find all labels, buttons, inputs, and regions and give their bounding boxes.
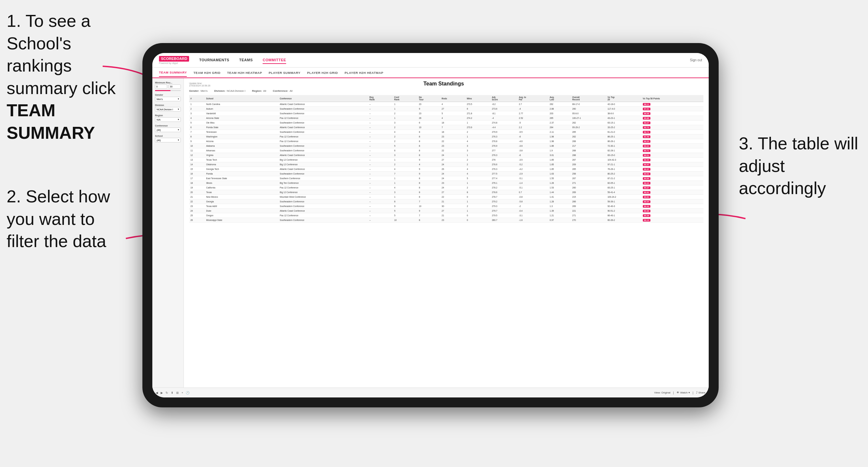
table-cell: 17 — [189, 176, 205, 181]
sidebar-conference: Conference (All) ▾ — [155, 125, 181, 132]
table-cell: 4 — [393, 130, 417, 134]
nav-tournaments[interactable]: TOURNAMENTS — [199, 57, 229, 64]
toolbar-share-btn[interactable]: ⤴ Share — [696, 391, 705, 394]
toolbar-clock-icon[interactable]: 🕐 — [186, 391, 189, 395]
table-cell: 276.1 — [491, 181, 517, 185]
table-row: 21New MexicoMountain West Conference–182… — [189, 195, 704, 199]
sidebar-school-select[interactable]: (All) ▾ — [155, 138, 181, 143]
table-row: 15Georgia TechAtlantic Coast Conference–… — [189, 167, 704, 172]
toolbar-forward-icon[interactable]: ▶ — [161, 391, 163, 395]
table-cell: 271 — [571, 181, 606, 185]
table-cell: – — [368, 190, 393, 195]
table-cell: New Mexico — [205, 195, 279, 199]
table-cell: 2.7 — [518, 102, 549, 107]
table-cell: 18 — [440, 121, 466, 125]
table-cell: 6 — [417, 121, 440, 125]
table-cell: Florida — [205, 172, 279, 176]
table-cell: 278.7 — [491, 195, 517, 199]
table-cell: 9 — [189, 139, 205, 144]
table-cell: 9 — [417, 209, 440, 213]
table-cell: – — [368, 213, 393, 218]
sidebar-max-input[interactable]: 30 — [168, 85, 181, 89]
table-cell: – — [368, 139, 393, 144]
table-cell: 278.2 — [491, 185, 517, 190]
table-cell: 8 — [417, 130, 440, 134]
table-row: 2AuburnSoutheastern Conference–19276273.… — [189, 107, 704, 111]
table-cell: 3 — [393, 121, 417, 125]
table-cell: 2.88 — [549, 107, 571, 111]
table-row: 11ArkansasSoutheastern Conference–682232… — [189, 148, 704, 153]
table-cell: 260 — [571, 107, 606, 111]
table-cell-score: 80.47 — [642, 162, 704, 167]
col-rank: # — [189, 95, 205, 102]
table-cell: 95-29-2 — [571, 125, 606, 130]
toolbar-share-icon[interactable]: ⬆ — [171, 391, 174, 395]
filter-division: Division: NCAA Division I — [214, 89, 245, 92]
table-cell: 1.21 — [549, 213, 571, 218]
table-cell: 279.9 — [491, 130, 517, 134]
toolbar-reload-icon[interactable]: ↻ — [165, 391, 168, 395]
table-cell: 262 — [571, 134, 606, 139]
sidebar-min-input[interactable]: 0 — [155, 85, 167, 89]
subnav-player-h2h-grid[interactable]: PLAYER H2H GRID — [307, 69, 338, 76]
table-cell: 4 — [417, 162, 440, 167]
table-cell: -5.2 — [518, 162, 549, 167]
table-cell: 95-6-0 — [571, 111, 606, 116]
col-reg-rank: RegRank — [368, 95, 393, 102]
table-cell: 1 — [465, 209, 491, 213]
table-cell: 22 — [440, 139, 466, 144]
toolbar-back-icon[interactable]: ◀ — [156, 391, 158, 395]
table-cell-score: 80.27 — [642, 185, 704, 190]
nav-signout[interactable]: Sign out — [690, 58, 702, 62]
table-cell: 23 — [440, 134, 466, 139]
table-cell: Illinois — [205, 181, 279, 185]
table-cell: 24 — [189, 209, 205, 213]
sidebar-division-select[interactable]: NCAA Division I ▾ — [155, 107, 181, 112]
table-cell: -9.5 — [518, 130, 549, 134]
table-cell: Big 12 Conference — [279, 158, 368, 162]
subnav-team-summary[interactable]: TEAM SUMMARY — [159, 68, 187, 77]
table-cell: 3 — [393, 153, 417, 158]
table-cell: -4.2 — [518, 167, 549, 172]
table-cell: 266 — [571, 199, 606, 204]
subnav-team-h2h-grid[interactable]: TEAM H2H GRID — [193, 69, 220, 76]
table-cell: 4 — [465, 172, 491, 176]
sidebar-slider[interactable] — [155, 90, 181, 91]
sidebar-region-select[interactable]: N/A ▾ — [155, 117, 181, 122]
table-cell: 276.9 — [491, 144, 517, 148]
nav-teams[interactable]: TEAMS — [239, 57, 253, 64]
table-cell: 269 — [571, 204, 606, 209]
table-row: 4Arizona StatePac-12 Conference–1264274.… — [189, 116, 704, 121]
table-cell: 83-25-1 — [606, 185, 641, 190]
table-cell: 97-21-1 — [606, 162, 641, 167]
toolbar-add-icon[interactable]: + — [182, 391, 183, 395]
nav-committee[interactable]: COMMITTEE — [262, 57, 286, 64]
table-cell: 15 — [189, 167, 205, 172]
table-cell: Atlantic Coast Conference — [279, 153, 368, 158]
toolbar-view-original[interactable]: View: Original — [654, 391, 670, 394]
table-cell: 8 — [417, 185, 440, 190]
table-cell: 38-6-0 — [606, 111, 641, 116]
nav-items: TOURNAMENTS TEAMS COMMITTEE — [199, 57, 690, 64]
sidebar-region: Region N/A ▾ — [155, 114, 181, 122]
table-cell: – — [368, 185, 393, 190]
table-cell: 63-15-1 — [606, 121, 641, 125]
table-cell-score: 80.13 — [642, 218, 704, 223]
subnav-player-summary[interactable]: PLAYER SUMMARY — [269, 69, 300, 76]
table-cell: 4 — [393, 167, 417, 172]
col-avg-low: Avg.Low — [549, 95, 571, 102]
toolbar-tab-icon[interactable]: ⊞ — [176, 391, 179, 395]
table-cell: Southeastern Conference — [279, 111, 368, 116]
toolbar-watch[interactable]: 👁 Watch ▾ — [677, 391, 690, 394]
subnav-player-h2h-heatmap[interactable]: PLAYER H2H HEATMAP — [344, 69, 383, 76]
table-cell: Big Ten Conference — [279, 181, 368, 185]
col-overall-record: OverallRecord — [571, 95, 606, 102]
subnav-team-h2h-heatmap[interactable]: TEAM H2H HEATMAP — [227, 69, 262, 76]
table-cell: 92-40-3 — [606, 204, 641, 209]
sidebar-conference-select[interactable]: (All) ▾ — [155, 127, 181, 132]
table-cell: 265 — [571, 167, 606, 172]
table-cell-score: 80.04 — [642, 144, 704, 148]
sidebar-gender-select[interactable]: Men's ▾ — [155, 97, 181, 101]
table-cell: Georgia — [205, 199, 279, 204]
sidebar-minimum-rounds: Minimum Rou... 0 30 — [155, 82, 181, 91]
